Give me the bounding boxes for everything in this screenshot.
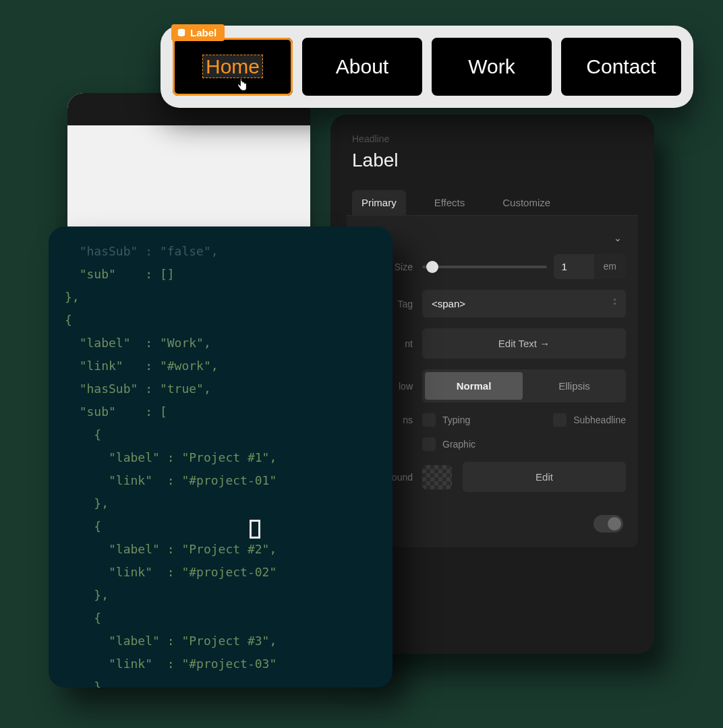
edit-text-button[interactable]: Edit Text → bbox=[422, 328, 626, 359]
code-line: { bbox=[65, 519, 101, 533]
code-line: { bbox=[65, 313, 72, 327]
code-editor[interactable]: "hasSub" : "false", "sub" : [] }, { "lab… bbox=[49, 226, 393, 688]
tag-select-value: <span> bbox=[432, 298, 465, 309]
footer-toggle[interactable] bbox=[594, 515, 623, 533]
code-line: "label" : "Work", bbox=[65, 336, 211, 350]
pointer-cursor-icon bbox=[235, 77, 250, 93]
nav-button-contact[interactable]: Contact bbox=[561, 38, 681, 96]
tab-customize[interactable]: Customize bbox=[493, 190, 560, 215]
checkbox-subheadline[interactable]: Subheadline bbox=[553, 413, 626, 427]
nav-toolbar: Label Home About Work Contact bbox=[161, 26, 693, 108]
code-line: { bbox=[65, 427, 101, 442]
nav-button-about[interactable]: About bbox=[302, 38, 422, 96]
background-edit-button[interactable]: Edit bbox=[463, 462, 626, 492]
checkbox-box[interactable] bbox=[422, 413, 436, 427]
code-line: }, bbox=[65, 588, 109, 602]
footer-row bbox=[359, 503, 626, 533]
code-line: "sub" : [] bbox=[65, 267, 175, 281]
tag-select[interactable]: <span> ˄˅ bbox=[422, 290, 626, 317]
nav-label: Work bbox=[468, 55, 515, 78]
size-input-group: em bbox=[554, 254, 626, 279]
size-slider[interactable] bbox=[422, 266, 547, 268]
browser-backdrop bbox=[67, 93, 310, 248]
nav-button-home[interactable]: Label Home bbox=[173, 38, 293, 96]
select-updown-icon: ˄˅ bbox=[613, 300, 616, 308]
code-line: { bbox=[65, 611, 101, 625]
row-options: ns Typing Subheadline bbox=[359, 413, 626, 427]
inspector-tabs: Primary Effects Customize bbox=[347, 190, 638, 216]
overflow-option-ellipsis[interactable]: Ellipsis bbox=[525, 372, 623, 400]
code-line: "hasSub" : "false", bbox=[65, 244, 219, 258]
row-size: Size em bbox=[359, 254, 626, 279]
code-line: }, bbox=[65, 290, 80, 304]
overflow-option-normal[interactable]: Normal bbox=[425, 372, 523, 400]
element-badge: Label bbox=[171, 24, 225, 41]
row-graphic: Graphic bbox=[359, 437, 626, 451]
nav-label: About bbox=[336, 55, 388, 78]
nav-button-work[interactable]: Work bbox=[432, 38, 552, 96]
slider-thumb[interactable] bbox=[426, 261, 438, 273]
code-line: "hasSub" : "true", bbox=[65, 382, 211, 396]
code-line: "link" : "#project-03" bbox=[65, 657, 277, 671]
panel-title: Label bbox=[352, 150, 638, 171]
overflow-segment: Normal Ellipsis bbox=[422, 369, 626, 402]
nav-label: Home bbox=[202, 55, 263, 78]
tab-effects[interactable]: Effects bbox=[425, 190, 475, 215]
chevron-down-icon: ⌄ bbox=[614, 233, 622, 243]
checkbox-subheadline-label: Subheadline bbox=[573, 415, 626, 425]
section-header[interactable]: p ⌄ bbox=[359, 228, 626, 254]
tab-primary[interactable]: Primary bbox=[352, 190, 406, 215]
checkbox-graphic-label: Graphic bbox=[442, 439, 475, 450]
code-line: "link" : "#work", bbox=[65, 359, 219, 373]
code-line: "sub" : [ bbox=[65, 404, 167, 419]
checkbox-typing-label: Typing bbox=[442, 415, 470, 425]
code-line: "label" : "Project #1", bbox=[65, 450, 277, 464]
nav-label: Contact bbox=[586, 55, 656, 78]
code-line: "link" : "#project-02" bbox=[65, 565, 277, 579]
checkbox-typing[interactable]: Typing bbox=[422, 413, 470, 427]
row-overflow: low Normal Ellipsis bbox=[359, 369, 626, 402]
checkbox-box[interactable] bbox=[422, 437, 436, 451]
row-edit-text: nt Edit Text → bbox=[359, 328, 626, 359]
background-swatch[interactable] bbox=[422, 465, 452, 489]
checkbox-box[interactable] bbox=[553, 413, 567, 427]
code-line: }, bbox=[65, 496, 109, 510]
size-input[interactable] bbox=[554, 254, 594, 279]
size-unit[interactable]: em bbox=[594, 254, 626, 279]
code-line: "label" : "Project #2", bbox=[65, 542, 277, 556]
code-line: "label" : "Project #3", bbox=[65, 634, 277, 648]
badge-text: Label bbox=[190, 27, 216, 38]
code-line: } bbox=[65, 679, 101, 688]
text-cursor-icon bbox=[250, 522, 260, 537]
row-tag: Tag <span> ˄˅ bbox=[359, 290, 626, 317]
database-icon bbox=[177, 28, 186, 38]
row-background: ground Edit bbox=[359, 462, 626, 492]
svg-point-0 bbox=[178, 28, 185, 31]
code-line: "link" : "#project-01" bbox=[65, 473, 277, 487]
breadcrumb: Headline bbox=[352, 133, 638, 144]
checkbox-graphic[interactable]: Graphic bbox=[422, 437, 475, 451]
